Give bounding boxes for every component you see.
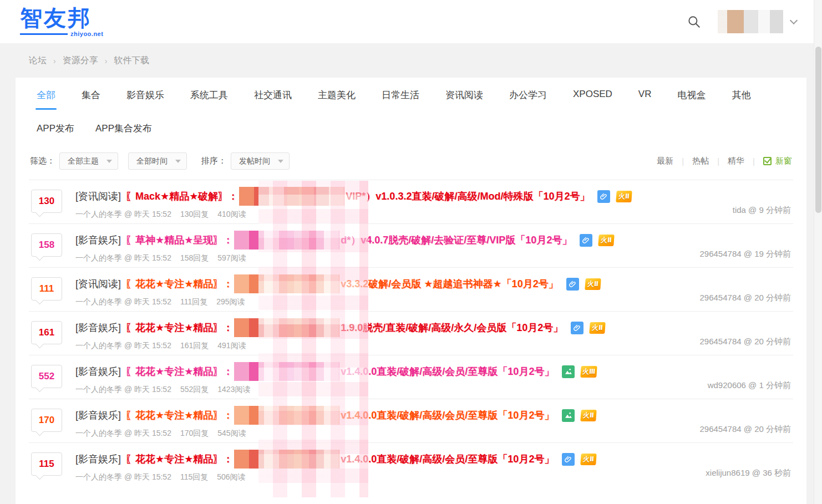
thread-views: 1423阅读	[217, 385, 250, 395]
thread-title-prefix[interactable]: 〖花花★专注★精品〗：	[125, 277, 233, 291]
hot-badge-icon: 火Ⅱ	[581, 410, 597, 421]
thread-category[interactable]: [资讯阅读]	[75, 190, 121, 203]
scrollbar[interactable]	[814, 0, 822, 504]
breadcrumb-software-download[interactable]: 软件下载	[114, 55, 149, 67]
thread-row: 170 [影音娱乐] 〖花花★专注★精品〗： v1.4.0.0直装/破解/高级/…	[29, 399, 793, 442]
tab-xposed[interactable]: XPOSED	[573, 89, 612, 110]
thread-category[interactable]: [影音娱乐]	[75, 233, 121, 247]
paperclip-icon	[580, 234, 592, 247]
censored-title-part	[234, 274, 339, 293]
thread-author-time[interactable]: 一个人的冬季 @ 昨天 15:52	[75, 253, 171, 263]
thread-row: 111 [资讯阅读] 〖花花★专注★精品〗： v3.3.2破解/会员版 ★超越追…	[29, 267, 793, 311]
breadcrumb-resource-share[interactable]: 资源分享	[63, 55, 98, 67]
tab-news-reading[interactable]: 资讯阅读	[445, 89, 483, 110]
thread-views: 597阅读	[217, 253, 246, 263]
thread-author-time[interactable]: 一个人的冬季 @ 昨天 15:52	[75, 297, 171, 307]
board-panel: 全部 集合 影音娱乐 系统工具 社交通讯 主题美化 日常生活 资讯阅读 办公学习…	[16, 78, 806, 504]
thread-last-reply[interactable]: tida @ 9 分钟前	[733, 205, 791, 216]
thread-last-reply[interactable]: wd920606 @ 1 分钟前	[708, 380, 791, 391]
thread-category[interactable]: [影音娱乐]	[75, 365, 121, 378]
thread-title-prefix[interactable]: 〖花花★专注★精品〗：	[125, 409, 233, 422]
thread-title[interactable]: v1.4.0.0直装/破解/高级/会员/至尊版「10月2号」	[341, 452, 554, 466]
search-icon[interactable]	[687, 14, 701, 29]
link-digest[interactable]: 精华	[728, 156, 744, 166]
tab-daily-life[interactable]: 日常生活	[382, 89, 419, 110]
site-logo[interactable]: 智友邦 zhiyoo.net	[20, 6, 103, 37]
thread-title-prefix[interactable]: 〖Mack★精品★破解〗：	[125, 190, 238, 203]
reply-count-badge: 115	[31, 452, 62, 476]
thread-last-reply[interactable]: 296454784 @ 20 分钟前	[700, 337, 791, 347]
time-filter-dropdown[interactable]: 全部时间	[128, 152, 187, 170]
hot-badge-icon: 火Ⅱ	[581, 454, 597, 465]
paperclip-icon	[597, 190, 610, 203]
thread-author-time[interactable]: 一个人的冬季 @ 昨天 15:52	[75, 210, 171, 220]
scrollbar-thumb[interactable]	[815, 47, 821, 213]
thread-title-prefix[interactable]: 〖花花★专注★精品〗：	[125, 365, 233, 378]
thread-last-reply[interactable]: 296454784 @ 20 分钟前	[700, 293, 791, 303]
tab-tv-box[interactable]: 电视盒	[677, 89, 706, 110]
tab-app-publish[interactable]: APP发布	[37, 122, 74, 138]
paperclip-icon	[571, 322, 583, 334]
category-tabs-secondary: APP发布 APP集合发布	[29, 110, 793, 138]
tab-media[interactable]: 影音娱乐	[126, 89, 164, 110]
tab-all[interactable]: 全部	[37, 89, 55, 110]
thread-row: 115 [影音娱乐] 〖花花★专注★精品〗： v1.4.0.0直装/破解/高级/…	[29, 442, 793, 486]
tab-collection[interactable]: 集合	[82, 89, 100, 110]
caret-down-icon	[106, 160, 112, 163]
thread-title[interactable]: v3.3.2破解/会员版 ★超越追书神器★「10月2号」	[341, 277, 558, 291]
thread-last-reply[interactable]: xielijun8619 @ 36 秒前	[706, 468, 791, 478]
tab-vr[interactable]: VR	[638, 89, 652, 110]
tab-office-study[interactable]: 办公学习	[509, 89, 547, 110]
thread-list: 130 [资讯阅读] 〖Mack★精品★破解〗： VIP*）v1.0.3.2直装…	[29, 180, 793, 486]
thread-title-prefix[interactable]: 〖花花★专注★精品〗：	[125, 321, 233, 334]
tab-social[interactable]: 社交通讯	[254, 89, 292, 110]
thread-title-prefix[interactable]: 〖草神★精品★呈现〗：	[125, 233, 233, 247]
thread-category[interactable]: [影音娱乐]	[75, 452, 121, 466]
link-latest[interactable]: 最新	[657, 156, 673, 166]
divider: |	[753, 156, 755, 166]
hot-badge-icon: 火Ⅱ	[590, 322, 606, 334]
topic-filter-dropdown[interactable]: 全部主题	[59, 152, 118, 170]
thread-category[interactable]: [影音娱乐]	[75, 409, 121, 422]
breadcrumb-forum[interactable]: 论坛	[29, 55, 47, 67]
image-icon	[562, 409, 575, 422]
thread-title[interactable]: v1.4.0.0直装/破解/高级/会员/至尊版「10月2号」	[341, 365, 554, 378]
tab-theme[interactable]: 主题美化	[318, 89, 356, 110]
thread-views: 491阅读	[217, 341, 246, 351]
category-tabs: 全部 集合 影音娱乐 系统工具 社交通讯 主题美化 日常生活 资讯阅读 办公学习…	[29, 78, 793, 110]
user-account-menu[interactable]	[718, 10, 796, 33]
paperclip-icon	[562, 453, 575, 466]
thread-last-reply[interactable]: 296454784 @ 20 分钟前	[700, 424, 791, 435]
caret-down-icon	[175, 160, 181, 163]
thread-author-time[interactable]: 一个人的冬季 @ 昨天 15:52	[75, 472, 171, 482]
tab-system-tools[interactable]: 系统工具	[190, 89, 228, 110]
thread-title[interactable]: v1.4.0.0直装/破解/高级/会员/至尊版「10月2号」	[341, 409, 554, 422]
thread-replies: 111回复	[180, 297, 207, 307]
thread-row: 130 [资讯阅读] 〖Mack★精品★破解〗： VIP*）v1.0.3.2直装…	[29, 180, 793, 223]
sort-dropdown[interactable]: 发帖时间	[231, 152, 290, 170]
thread-title-prefix[interactable]: 〖花花★专注★精品〗：	[125, 452, 233, 466]
caret-down-icon	[278, 160, 283, 163]
thread-replies: 161回复	[180, 341, 209, 351]
hot-badge-icon: 火Ⅱ	[598, 235, 615, 246]
tab-app-collection-publish[interactable]: APP集合发布	[95, 122, 152, 138]
thread-title[interactable]: VIP*）v1.0.3.2直装/破解/高级/Mod/特殊版「10月2号」	[346, 190, 590, 203]
reply-count-badge: 161	[31, 321, 62, 344]
thread-author-time[interactable]: 一个人的冬季 @ 昨天 15:52	[75, 429, 171, 439]
reply-count-badge: 158	[31, 233, 62, 257]
new-window-toggle[interactable]: 新窗	[763, 156, 792, 166]
chevron-down-icon	[790, 16, 798, 24]
thread-category[interactable]: [资讯阅读]	[75, 277, 121, 291]
thread-author-time[interactable]: 一个人的冬季 @ 昨天 15:52	[75, 341, 171, 351]
thread-author-time[interactable]: 一个人的冬季 @ 昨天 15:52	[75, 385, 171, 395]
reply-count-badge: 111	[31, 277, 62, 301]
tab-other[interactable]: 其他	[732, 89, 750, 110]
breadcrumb-separator: ›	[53, 57, 56, 65]
link-hot[interactable]: 热帖	[692, 156, 709, 166]
thread-last-reply[interactable]: 296454784 @ 19 分钟前	[700, 249, 791, 259]
logo-domain: zhiyoo.net	[70, 30, 103, 37]
thread-title[interactable]: 1.9.0脱壳/直装/破解/高级/永久/会员版「10月2号」	[341, 321, 563, 334]
thread-category[interactable]: [影音娱乐]	[75, 321, 121, 334]
divider: |	[717, 156, 719, 166]
thread-title[interactable]: d*）v4.0.7脱壳/破解/去验证/至尊/VIP版「10月2号」	[341, 233, 572, 247]
